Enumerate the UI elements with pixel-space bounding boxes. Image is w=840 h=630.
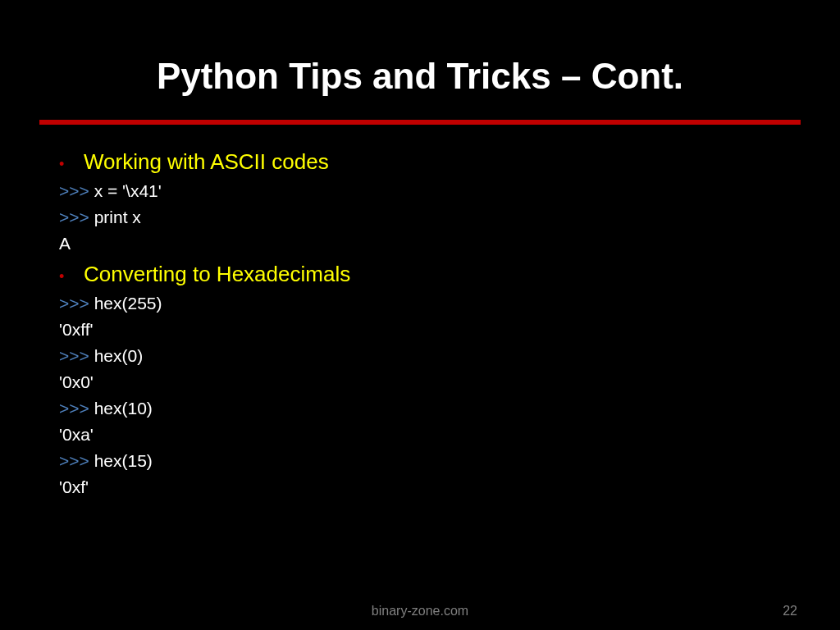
code-text: '0x0': [59, 372, 94, 391]
code-line: >>> hex(0): [59, 346, 791, 366]
bullet-dot-icon: •: [49, 156, 84, 173]
code-text: print x: [94, 208, 141, 226]
slide-container: Python Tips and Tricks – Cont. • Working…: [0, 0, 840, 630]
bullet-item: • Working with ASCII codes: [49, 149, 791, 175]
section-heading: Converting to Hexadecimals: [84, 262, 350, 287]
code-text: hex(255): [94, 294, 162, 313]
code-text: hex(0): [94, 346, 144, 365]
footer-site: binary-zone.com: [372, 604, 468, 619]
code-text: hex(10): [94, 399, 153, 418]
page-number: 22: [783, 604, 797, 619]
slide-content: • Working with ASCII codes >>> x = '\x41…: [0, 125, 840, 497]
code-text: '0xa': [59, 425, 94, 444]
code-line: A: [59, 234, 791, 253]
code-line: >>> hex(15): [59, 451, 791, 471]
code-line: >>> x = '\x41': [59, 181, 791, 201]
code-text: hex(15): [94, 451, 153, 470]
code-line: '0xff': [59, 320, 791, 340]
section-heading: Working with ASCII codes: [84, 149, 329, 175]
slide-title: Python Tips and Tricks – Cont.: [0, 0, 840, 120]
code-text: '0xff': [59, 320, 94, 339]
code-line: >>> print x: [59, 208, 791, 227]
bullet-item: • Converting to Hexadecimals: [49, 262, 791, 287]
code-text: A: [59, 234, 71, 253]
slide-footer: binary-zone.com 22: [0, 604, 840, 619]
repl-prompt: >>>: [59, 208, 94, 226]
code-line: '0x0': [59, 372, 791, 392]
bullet-dot-icon: •: [49, 268, 84, 285]
repl-prompt: >>>: [59, 294, 94, 313]
code-line: >>> hex(10): [59, 399, 791, 418]
repl-prompt: >>>: [59, 399, 94, 418]
code-line: '0xa': [59, 425, 791, 445]
repl-prompt: >>>: [59, 451, 94, 470]
repl-prompt: >>>: [59, 181, 94, 200]
code-text: '0xf': [59, 477, 89, 496]
repl-prompt: >>>: [59, 346, 94, 365]
code-line: '0xf': [59, 477, 791, 497]
code-line: >>> hex(255): [59, 294, 791, 313]
code-text: x = '\x41': [94, 181, 162, 200]
